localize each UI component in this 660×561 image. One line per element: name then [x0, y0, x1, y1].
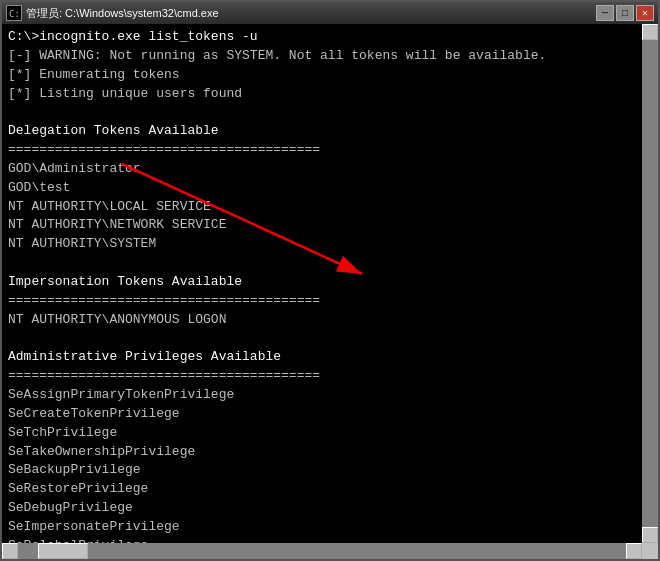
- title-bar: C: 管理员: C:\Windows\system32\cmd.exe ─ □ …: [2, 2, 658, 24]
- vertical-scroll-track[interactable]: [642, 40, 658, 527]
- terminal-line: [*] Listing unique users found: [8, 85, 652, 104]
- terminal-line: Delegation Tokens Available: [8, 122, 652, 141]
- minimize-button[interactable]: ─: [596, 5, 614, 21]
- scroll-left-button[interactable]: ◄: [2, 543, 18, 559]
- terminal-line: SeTakeOwnershipPrivilege: [8, 443, 652, 462]
- scroll-right-button[interactable]: ►: [626, 543, 642, 559]
- vertical-scrollbar[interactable]: ▲ ▼: [642, 24, 658, 543]
- terminal-line: SeTchPrivilege: [8, 424, 652, 443]
- terminal-line: [8, 330, 652, 349]
- terminal-line: SeDebugPrivilege: [8, 499, 652, 518]
- terminal-line: SeImpersonatePrivilege: [8, 518, 652, 537]
- terminal-line: SeRestorePrivilege: [8, 480, 652, 499]
- terminal-line: NT AUTHORITY\LOCAL SERVICE: [8, 198, 652, 217]
- terminal-line: SeAssignPrimaryTokenPrivilege: [8, 386, 652, 405]
- scroll-track[interactable]: [18, 543, 626, 559]
- terminal-line: [*] Enumerating tokens: [8, 66, 652, 85]
- window-title: 管理员: C:\Windows\system32\cmd.exe: [26, 6, 219, 21]
- cmd-icon: C:: [6, 5, 22, 21]
- title-bar-buttons: ─ □ ✕: [596, 5, 654, 21]
- title-bar-left: C: 管理员: C:\Windows\system32\cmd.exe: [6, 5, 219, 21]
- terminal-line: NT AUTHORITY\ANONYMOUS LOGON: [8, 311, 652, 330]
- terminal-line: ========================================: [8, 141, 652, 160]
- scroll-down-button[interactable]: ▼: [642, 527, 658, 543]
- close-button[interactable]: ✕: [636, 5, 654, 21]
- cmd-window: C: 管理员: C:\Windows\system32\cmd.exe ─ □ …: [0, 0, 660, 561]
- terminal-line: C:\>incognito.exe list_tokens -u: [8, 28, 652, 47]
- terminal-line: ========================================: [8, 367, 652, 386]
- scrollbar-corner: [642, 543, 658, 559]
- terminal-line: NT AUTHORITY\NETWORK SERVICE: [8, 216, 652, 235]
- scroll-up-button[interactable]: ▲: [642, 24, 658, 40]
- terminal-line: SeCreateTokenPrivilege: [8, 405, 652, 424]
- terminal-line: [8, 254, 652, 273]
- horizontal-scrollbar[interactable]: ◄ ►: [2, 543, 642, 559]
- scroll-thumb[interactable]: [38, 543, 88, 559]
- terminal-line: NT AUTHORITY\SYSTEM: [8, 235, 652, 254]
- terminal-body[interactable]: C:\>incognito.exe list_tokens -u [-] WAR…: [2, 24, 658, 559]
- terminal-line: ========================================: [8, 292, 652, 311]
- svg-text:C:: C:: [9, 9, 20, 19]
- terminal-line: [-] WARNING: Not running as SYSTEM. Not …: [8, 47, 652, 66]
- terminal-line: GOD\test: [8, 179, 652, 198]
- terminal-line: GOD\Administrator: [8, 160, 652, 179]
- terminal-line: Impersonation Tokens Available: [8, 273, 652, 292]
- terminal-line: Administrative Privileges Available: [8, 348, 652, 367]
- terminal-line: SeBackupPrivilege: [8, 461, 652, 480]
- maximize-button[interactable]: □: [616, 5, 634, 21]
- terminal-line: [8, 103, 652, 122]
